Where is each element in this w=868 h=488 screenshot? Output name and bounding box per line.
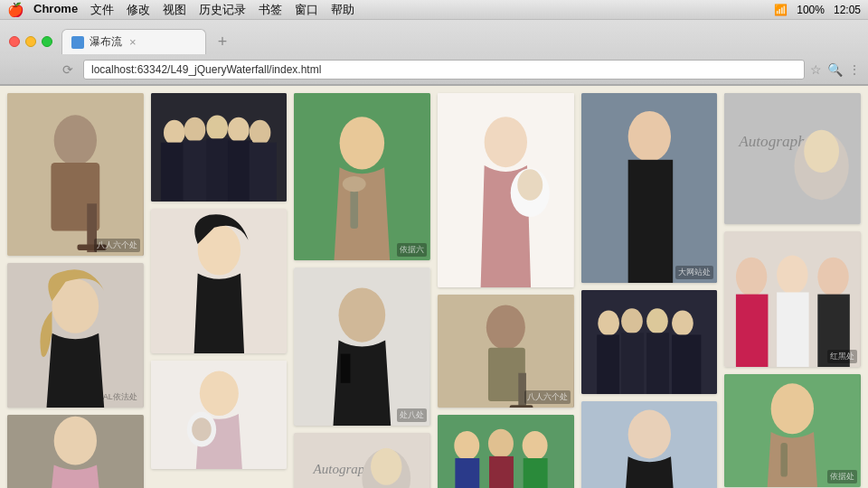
photo-item[interactable] (581, 290, 718, 394)
photo-item[interactable] (151, 209, 288, 353)
svg-point-60 (672, 311, 693, 336)
wifi-icon: 📶 (774, 4, 788, 16)
waterfall-col-4: 八人六个处 (438, 93, 574, 488)
svg-point-36 (371, 448, 401, 485)
menu-view[interactable]: 视图 (163, 2, 186, 18)
svg-rect-80 (781, 443, 788, 477)
photo-item[interactable]: 依据处 (724, 374, 861, 487)
url-text: localhost:63342/L49_jQueryWaterfall/inde… (91, 63, 321, 76)
menubar-right: 📶 100% 12:05 (774, 4, 861, 16)
svg-point-47 (454, 431, 479, 460)
tab-close-button[interactable]: × (129, 35, 137, 49)
close-button[interactable] (9, 36, 20, 47)
svg-point-70 (805, 130, 840, 173)
photo-item[interactable] (581, 401, 718, 488)
back-button[interactable]: ← (7, 60, 27, 80)
browser-tab-active[interactable]: 瀑布流 × (61, 29, 206, 54)
svg-point-59 (646, 308, 668, 333)
svg-rect-50 (455, 458, 479, 488)
photo-item[interactable]: AL依法处 (7, 263, 144, 408)
photo-item[interactable]: 八人六个处 (438, 295, 574, 408)
waterfall-col-2 (151, 93, 288, 469)
photo-item[interactable] (151, 93, 288, 202)
browser-chrome: 瀑布流 × + ← → ⟳ localhost:63342/L49_jQuery… (0, 20, 868, 86)
svg-rect-19 (249, 143, 276, 202)
svg-point-58 (621, 308, 643, 333)
svg-point-23 (199, 371, 238, 417)
photo-watermark: 依据六 (397, 243, 427, 257)
menu-chrome[interactable]: Chrome (33, 2, 78, 18)
clock: 12:05 (834, 4, 861, 16)
photo-item[interactable]: 大网站处 (581, 93, 718, 283)
photo-watermark: 依据处 (827, 470, 857, 483)
svg-point-12 (206, 115, 228, 140)
svg-rect-64 (672, 334, 701, 394)
photo-item[interactable] (438, 93, 574, 287)
svg-point-31 (339, 287, 386, 342)
extensions-icon[interactable]: ⋮ (848, 62, 861, 77)
photo-item[interactable] (7, 415, 144, 488)
svg-point-74 (818, 258, 849, 296)
photo-item[interactable]: Autograph (724, 93, 861, 224)
svg-rect-76 (777, 292, 809, 367)
photo-item[interactable] (151, 361, 288, 469)
menu-window[interactable]: 窗口 (295, 2, 318, 18)
menu-edit[interactable]: 修改 (127, 2, 150, 18)
bookmark-icon[interactable]: ☆ (810, 62, 822, 77)
minimize-button[interactable] (25, 36, 36, 47)
photo-item[interactable]: 红黑处 (724, 231, 861, 367)
menu-file[interactable]: 文件 (90, 2, 114, 18)
search-icon[interactable]: 🔍 (827, 62, 843, 77)
svg-point-8 (54, 417, 97, 465)
new-tab-button[interactable]: + (210, 29, 235, 54)
menu-history[interactable]: 历史记录 (199, 2, 246, 18)
photo-watermark: 红黑处 (827, 350, 857, 363)
url-bar[interactable]: localhost:63342/L49_jQueryWaterfall/inde… (83, 60, 805, 80)
maximize-button[interactable] (42, 36, 52, 47)
svg-rect-45 (510, 405, 533, 408)
menu-items: Chrome 文件 修改 视图 历史记录 书签 窗口 帮助 (33, 2, 354, 18)
svg-rect-15 (160, 143, 184, 202)
svg-rect-75 (736, 295, 769, 367)
tab-bar: 瀑布流 × + (0, 20, 868, 54)
waterfall-col-1: 八人六个处 AL依法处 (7, 93, 144, 488)
svg-rect-61 (597, 334, 619, 394)
svg-point-42 (486, 305, 525, 350)
svg-rect-32 (341, 354, 351, 383)
svg-point-57 (598, 311, 619, 336)
reload-button[interactable]: ⟳ (58, 60, 78, 80)
svg-point-66 (627, 410, 670, 459)
svg-rect-63 (646, 333, 669, 394)
photo-watermark: 八人六个处 (524, 390, 571, 404)
menu-bookmarks[interactable]: 书签 (259, 2, 282, 18)
address-bar: ← → ⟳ localhost:63342/L49_jQueryWaterfal… (0, 54, 868, 85)
svg-point-73 (777, 256, 807, 295)
svg-point-13 (228, 117, 250, 143)
svg-rect-52 (524, 458, 548, 488)
photo-watermark: 处八处 (397, 408, 427, 422)
tab-favicon (71, 36, 84, 49)
svg-point-79 (771, 383, 814, 434)
svg-point-1 (54, 115, 97, 165)
svg-rect-62 (621, 333, 644, 394)
svg-rect-51 (489, 456, 514, 488)
photo-item[interactable]: 处八处 (294, 267, 430, 426)
waterfall-col-6: Autograph (724, 93, 861, 487)
waterfall-col-5: 大网站处 (581, 93, 718, 488)
photo-item[interactable] (438, 415, 574, 488)
svg-point-72 (736, 258, 767, 296)
svg-point-27 (340, 117, 385, 169)
menu-help[interactable]: 帮助 (331, 2, 354, 18)
svg-point-38 (485, 117, 527, 167)
forward-button[interactable]: → (33, 60, 52, 80)
photo-item[interactable]: 八人六个处 (7, 93, 144, 256)
svg-rect-18 (228, 140, 252, 201)
svg-rect-16 (183, 140, 207, 201)
svg-point-48 (488, 429, 514, 458)
page-content: 八人六个处 AL依法处 (0, 86, 868, 488)
photo-item[interactable]: 依据六 (294, 93, 430, 260)
battery-text: 100% (797, 4, 825, 16)
apple-menu-icon[interactable]: 🍎 (7, 2, 24, 18)
photo-item[interactable]: Autograph (294, 433, 430, 488)
waterfall-grid: 八人六个处 AL依法处 (7, 93, 861, 488)
